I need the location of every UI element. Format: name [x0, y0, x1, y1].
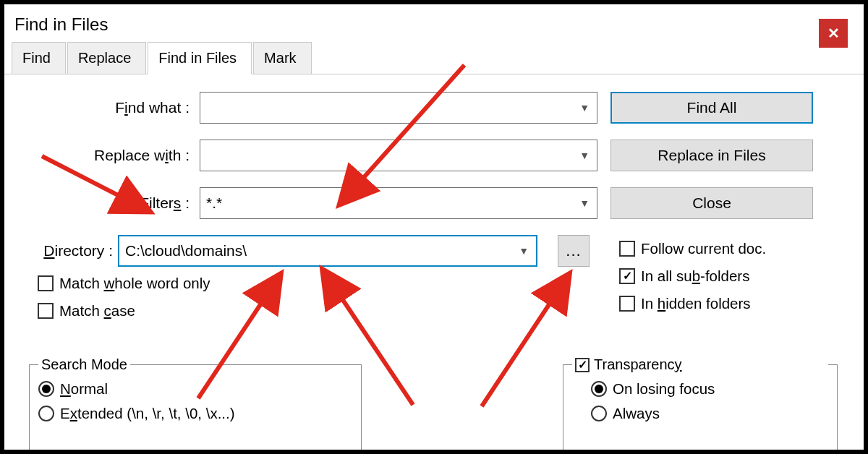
chevron-down-icon: ▼ [579, 102, 590, 113]
replace-with-input[interactable]: ▼ [200, 140, 597, 171]
radio-icon [591, 381, 607, 397]
search-mode-extended-radio[interactable]: Extended (\n, \r, \t, \0, \x...) [38, 405, 352, 422]
search-mode-normal-radio[interactable]: Normal [38, 380, 352, 398]
match-case-checkbox[interactable]: Match case [38, 302, 210, 320]
search-mode-legend: Search Mode [38, 356, 130, 373]
transparency-on-losing-focus-radio[interactable]: On losing focus [591, 380, 828, 398]
match-whole-word-checkbox[interactable]: Match whole word only [38, 275, 210, 292]
find-what-label: Find what : [4, 99, 200, 116]
find-all-button[interactable]: Find All [610, 92, 813, 124]
close-button[interactable]: Close [610, 187, 813, 219]
directory-label: Directory : [4, 242, 120, 260]
filters-row: Filters : *.* ▼ Close [4, 185, 864, 221]
checkbox-icon [38, 303, 54, 319]
match-options: Match whole word only Match case [38, 272, 210, 322]
close-window-button[interactable]: ✕ [819, 19, 848, 48]
close-icon: ✕ [827, 25, 840, 42]
tab-mark[interactable]: Mark [253, 42, 311, 74]
checkbox-icon [619, 296, 635, 312]
checkbox-icon [38, 275, 54, 291]
find-what-input[interactable]: ▼ [200, 92, 597, 124]
in-all-subfolders-checkbox[interactable]: In all sub-folders [619, 267, 766, 285]
tab-replace[interactable]: Replace [67, 42, 146, 74]
checkbox-icon [619, 268, 635, 284]
radio-icon [38, 406, 54, 421]
tab-strip: Find Replace Find in Files Mark [4, 42, 864, 74]
directory-options: Follow current doc. In all sub-folders I… [619, 237, 766, 315]
chevron-down-icon: ▼ [579, 150, 590, 161]
directory-input[interactable]: C:\cloud\domains\ ▼ [118, 235, 537, 267]
radio-icon [591, 406, 607, 421]
follow-current-doc-checkbox[interactable]: Follow current doc. [619, 240, 766, 257]
dialog-title: Find in Files [4, 4, 864, 42]
find-in-files-dialog: Find in Files ✕ Find Replace Find in Fil… [0, 0, 868, 454]
browse-directory-button[interactable]: ... [558, 235, 590, 267]
radio-icon [38, 381, 54, 397]
chevron-down-icon: ▼ [519, 245, 529, 257]
chevron-down-icon: ▼ [579, 197, 590, 209]
tab-find[interactable]: Find [12, 42, 66, 74]
filters-input[interactable]: *.* ▼ [200, 187, 597, 219]
in-hidden-folders-checkbox[interactable]: In hidden folders [619, 295, 766, 312]
transparency-always-radio[interactable]: Always [591, 405, 828, 422]
filters-label: Filters : [4, 194, 200, 212]
tab-find-in-files[interactable]: Find in Files [148, 42, 252, 74]
replace-with-label: Replace with : [4, 147, 200, 164]
checkbox-icon [575, 358, 590, 372]
search-mode-group: Search Mode Normal Extended (\n, \r, \t,… [29, 364, 362, 454]
transparency-group: Transparency On losing focus Always [563, 364, 838, 454]
find-what-row: Find what : ▼ Find All [4, 90, 864, 126]
transparency-legend[interactable]: Transparency [572, 356, 828, 373]
replace-with-row: Replace with : ▼ Replace in Files [4, 137, 864, 174]
checkbox-icon [619, 241, 635, 257]
replace-in-files-button[interactable]: Replace in Files [610, 140, 813, 171]
svg-line-4 [482, 276, 568, 406]
